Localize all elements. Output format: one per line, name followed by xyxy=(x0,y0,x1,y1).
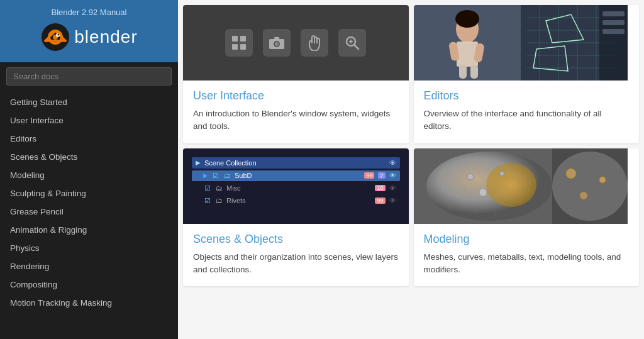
sidebar-item-animation-rigging[interactable]: Animation & Rigging xyxy=(0,221,178,239)
sidebar-item-getting-started[interactable]: Getting Started xyxy=(0,93,178,111)
card-desc-modeling: Meshes, curves, metaballs, text, modelin… xyxy=(424,251,630,277)
svg-point-54 xyxy=(467,174,474,180)
svg-rect-39 xyxy=(602,29,625,34)
misc-check: ☑ xyxy=(204,184,211,192)
sidebar: Blender 2.92 Manual blender Getting Star… xyxy=(0,0,178,339)
svg-rect-8 xyxy=(232,36,238,42)
manual-title: Blender 2.92 Manual xyxy=(10,8,168,17)
svg-point-56 xyxy=(499,171,504,176)
svg-point-58 xyxy=(552,152,628,221)
svg-rect-15 xyxy=(274,37,279,40)
subd-check2: ☑ xyxy=(213,172,219,180)
subd-badge2: 2 xyxy=(378,172,385,179)
sidebar-item-motion-tracking[interactable]: Motion Tracking & Masking xyxy=(0,294,178,312)
card-modeling[interactable]: Modeling Meshes, curves, metaballs, text… xyxy=(414,148,640,287)
card-title-editors[interactable]: Editors xyxy=(424,89,630,103)
sidebar-item-modeling[interactable]: Modeling xyxy=(0,166,178,184)
card-image-ui xyxy=(183,5,409,81)
scene-eye-icon: 👁 xyxy=(389,159,396,167)
sidebar-header: Blender 2.92 Manual blender xyxy=(0,0,178,62)
svg-point-61 xyxy=(599,177,606,183)
card-title-scenes[interactable]: Scenes & Objects xyxy=(193,233,399,246)
card-title-ui[interactable]: User Interface xyxy=(193,89,399,103)
svg-point-7 xyxy=(58,34,60,36)
scene-collection-label: Scene Collection xyxy=(204,159,386,167)
sidebar-item-physics[interactable]: Physics xyxy=(0,239,178,257)
grid-icon xyxy=(225,29,253,57)
sidebar-item-compositing[interactable]: Compositing xyxy=(0,275,178,294)
nav-list: Getting StartedUser InterfaceEditorsScen… xyxy=(0,91,178,339)
card-editors[interactable]: Editors Overview of the interface and fu… xyxy=(414,5,640,143)
misc-badge: 10 xyxy=(375,185,385,191)
search-input[interactable] xyxy=(6,67,172,86)
card-image-scenes: ▶ Scene Collection 👁 ▶ ☑ 🗂 SubD 99 2 👁 ☑ xyxy=(183,148,409,224)
main-content: User Interface An introduction to Blende… xyxy=(178,0,644,339)
card-body-ui: User Interface An introduction to Blende… xyxy=(183,81,409,143)
rivets-badge: 99 xyxy=(375,197,385,204)
sidebar-item-grease-pencil[interactable]: Grease Pencil xyxy=(0,203,178,221)
misc-label: Misc xyxy=(226,184,371,192)
svg-point-24 xyxy=(455,10,479,28)
svg-point-60 xyxy=(580,192,587,199)
scene-eye3-icon: 👁 xyxy=(389,184,396,192)
card-user-interface[interactable]: User Interface An introduction to Blende… xyxy=(183,5,409,143)
sidebar-item-scenes-objects[interactable]: Scenes & Objects xyxy=(0,148,178,166)
scene-eye4-icon: 👁 xyxy=(389,197,396,204)
scene-collection-icon: ▶ xyxy=(196,159,201,166)
svg-point-59 xyxy=(566,169,576,179)
svg-rect-10 xyxy=(232,44,238,50)
svg-line-17 xyxy=(354,45,358,49)
card-desc-editors: Overview of the interface and functional… xyxy=(424,108,630,133)
card-title-modeling[interactable]: Modeling xyxy=(424,233,630,246)
blender-logo-text: blender xyxy=(74,27,137,47)
subd-check: ▶ xyxy=(203,172,208,179)
svg-rect-37 xyxy=(602,11,625,16)
sidebar-item-user-interface[interactable]: User Interface xyxy=(0,111,178,130)
camera-icon xyxy=(263,29,291,57)
svg-point-55 xyxy=(479,189,487,196)
card-body-modeling: Modeling Meshes, curves, metaballs, text… xyxy=(414,224,640,287)
sidebar-item-sculpting-painting[interactable]: Sculpting & Painting xyxy=(0,184,178,203)
card-body-scenes: Scenes & Objects Objects and their organ… xyxy=(183,224,409,287)
card-body-editors: Editors Overview of the interface and fu… xyxy=(414,81,640,143)
card-scenes-objects[interactable]: ▶ Scene Collection 👁 ▶ ☑ 🗂 SubD 99 2 👁 ☑ xyxy=(183,148,409,287)
svg-rect-11 xyxy=(240,44,246,50)
svg-point-53 xyxy=(486,163,536,207)
card-image-editors xyxy=(414,5,640,81)
blender-logo-icon xyxy=(40,22,70,52)
hand-icon xyxy=(301,29,328,57)
card-image-modeling xyxy=(414,148,640,224)
scene-eye2-icon: 👁 xyxy=(389,172,396,179)
subd-badge: 99 xyxy=(364,172,374,179)
sidebar-item-rendering[interactable]: Rendering xyxy=(0,257,178,275)
rivets-label: Rivets xyxy=(226,197,371,204)
zoom-icon xyxy=(338,29,366,57)
svg-rect-42 xyxy=(459,65,467,79)
search-container xyxy=(0,62,178,91)
svg-rect-9 xyxy=(240,36,246,42)
subd-label: SubD xyxy=(235,172,360,179)
rivets-check: ☑ xyxy=(204,197,211,205)
card-desc-scenes: Objects and their organization into scen… xyxy=(193,251,399,277)
svg-rect-38 xyxy=(602,20,625,25)
blender-logo: blender xyxy=(10,22,168,52)
card-desc-ui: An introduction to Blender's window syst… xyxy=(193,108,399,133)
sidebar-item-editors[interactable]: Editors xyxy=(0,130,178,148)
svg-point-14 xyxy=(275,42,279,46)
svg-rect-43 xyxy=(470,65,478,79)
